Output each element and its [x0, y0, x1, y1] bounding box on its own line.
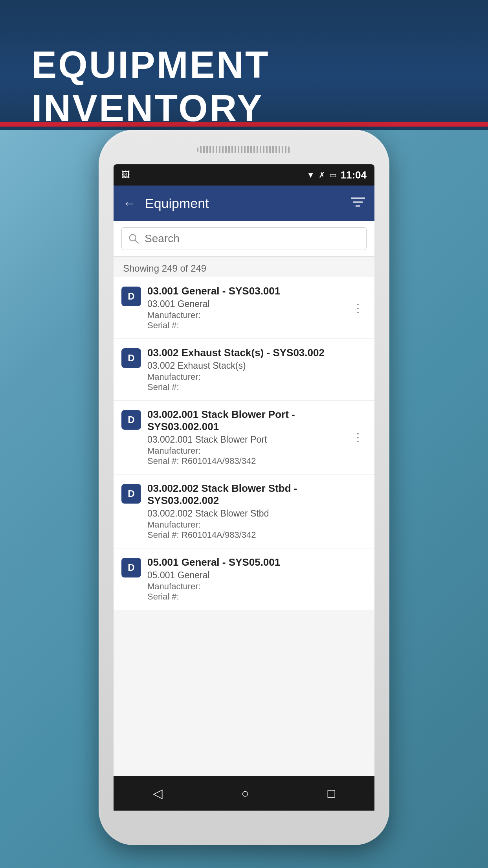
filter-button[interactable]: [351, 196, 365, 211]
equipment-serial: Serial #:: [147, 320, 349, 331]
equipment-serial: Serial #:: [147, 592, 367, 602]
svg-line-4: [135, 240, 138, 243]
nav-back-button[interactable]: ◁: [141, 782, 174, 805]
filter-icon: [351, 196, 365, 208]
equipment-title: 03.002.001 Stack Blower Port - SYS03.002…: [147, 408, 349, 433]
list-item[interactable]: D 03.002.001 Stack Blower Port - SYS03.0…: [114, 401, 374, 474]
equipment-content: 03.002 Exhaust Stack(s) - SYS03.002 03.0…: [147, 347, 367, 392]
search-container: [114, 221, 374, 257]
wifi-icon: ▼: [307, 171, 315, 180]
equipment-manufacturer: Manufacturer:: [147, 446, 349, 456]
list-item[interactable]: D 03.002 Exhaust Stack(s) - SYS03.002 03…: [114, 339, 374, 401]
phone-shell: 🖼 ▼ ✗ ▭ 11:04 ← Equipment: [99, 130, 389, 845]
photo-icon: 🖼: [121, 170, 130, 180]
battery-icon: ▭: [329, 170, 337, 180]
equipment-badge: D: [121, 484, 141, 504]
app-bar: ← Equipment: [114, 186, 374, 221]
equipment-title: 05.001 General - SYS05.001: [147, 556, 367, 568]
equipment-serial: Serial #: R601014A/983/342: [147, 530, 367, 540]
status-bar-left: 🖼: [121, 170, 130, 180]
equipment-badge: D: [121, 558, 141, 577]
phone-screen: 🖼 ▼ ✗ ▭ 11:04 ← Equipment: [114, 164, 374, 785]
equipment-list: D 03.001 General - SYS03.001 03.001 Gene…: [114, 277, 374, 610]
nav-bar: ◁ ○ □: [114, 776, 374, 811]
equipment-serial: Serial #: R601014A/983/342: [147, 456, 349, 466]
back-button[interactable]: ←: [123, 196, 136, 211]
equipment-title: 03.002 Exhaust Stack(s) - SYS03.002: [147, 347, 367, 359]
status-bar-icons: ▼ ✗ ▭ 11:04: [307, 169, 367, 181]
phone-speaker: [197, 146, 291, 153]
equipment-content: 05.001 General - SYS05.001 05.001 Genera…: [147, 556, 367, 602]
search-input-wrapper: [121, 227, 367, 250]
equipment-content: 03.001 General - SYS03.001 03.001 Genera…: [147, 285, 349, 331]
nav-home-button[interactable]: ○: [229, 782, 261, 805]
equipment-serial: Serial #:: [147, 382, 367, 392]
equipment-subtitle: 03.002.002 Stack Blower Stbd: [147, 508, 367, 519]
equipment-title: 03.002.002 Stack Blower Stbd - SYS03.002…: [147, 482, 367, 507]
equipment-badge: D: [121, 348, 141, 368]
list-item[interactable]: D 05.001 General - SYS05.001 05.001 Gene…: [114, 548, 374, 610]
page-title: EQUIPMENT INVENTORY: [31, 43, 488, 130]
status-time: 11:04: [341, 169, 367, 181]
equipment-manufacturer: Manufacturer:: [147, 310, 349, 320]
equipment-subtitle: 03.002.001 Stack Blower Port: [147, 434, 349, 445]
signal-off-icon: ✗: [319, 170, 325, 180]
more-button[interactable]: ⋮: [349, 300, 367, 316]
count-text: Showing 249 of 249: [114, 257, 374, 277]
list-item[interactable]: D 03.001 General - SYS03.001 03.001 Gene…: [114, 277, 374, 339]
app-bar-title: Equipment: [145, 196, 351, 211]
search-icon: [128, 233, 139, 244]
list-item[interactable]: D 03.002.002 Stack Blower Stbd - SYS03.0…: [114, 474, 374, 548]
nav-recent-button[interactable]: □: [316, 782, 347, 805]
equipment-title: 03.001 General - SYS03.001: [147, 285, 349, 297]
search-input[interactable]: [145, 232, 360, 245]
equipment-manufacturer: Manufacturer:: [147, 372, 367, 382]
equipment-manufacturer: Manufacturer:: [147, 520, 367, 530]
equipment-badge: D: [121, 410, 141, 430]
equipment-manufacturer: Manufacturer:: [147, 581, 367, 592]
more-button[interactable]: ⋮: [349, 429, 367, 445]
equipment-subtitle: 05.001 General: [147, 570, 367, 581]
equipment-content: 03.002.002 Stack Blower Stbd - SYS03.002…: [147, 482, 367, 540]
status-bar: 🖼 ▼ ✗ ▭ 11:04: [114, 164, 374, 186]
equipment-subtitle: 03.002 Exhaust Stack(s): [147, 360, 367, 371]
equipment-badge: D: [121, 287, 141, 306]
equipment-content: 03.002.001 Stack Blower Port - SYS03.002…: [147, 408, 349, 466]
equipment-subtitle: 03.001 General: [147, 299, 349, 309]
